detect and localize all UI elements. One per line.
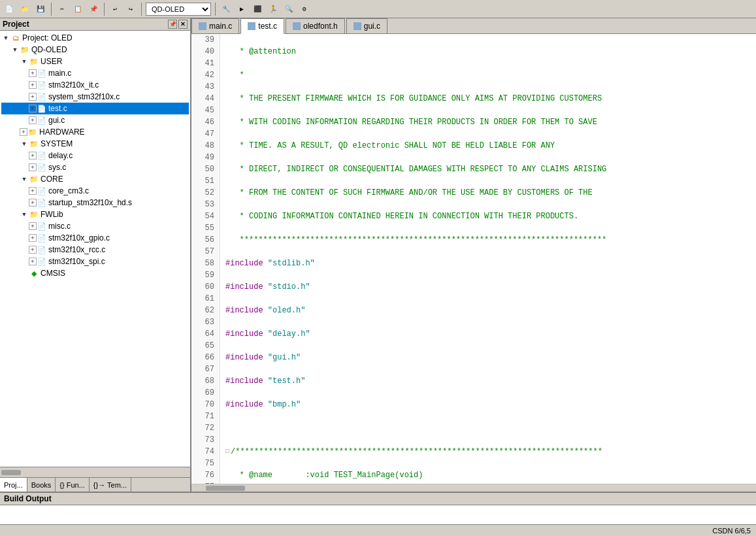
tab-fun[interactable]: {} Fun... [56,478,90,492]
expander[interactable]: + [29,105,37,112]
toolbar-icon-12[interactable]: 🏃 [267,3,280,16]
toolbar-icon-5[interactable]: 📋 [71,3,84,16]
tab-proj[interactable]: Proj... [0,478,27,492]
tree-item-core[interactable]: ▼ 📁 CORE [1,173,189,185]
tree-item-user[interactable]: ▼ 📁 USER [1,56,189,67]
expander[interactable]: + [29,93,37,101]
expander[interactable]: + [29,163,37,171]
code-line-48: #include "stdlib.h" [225,258,751,269]
expander[interactable]: + [29,116,37,124]
editor-tabs: main.c test.c oledfont.h gui.c [191,18,756,34]
file-icon: 📄 [37,150,47,161]
tree-item-system[interactable]: ▼ 📁 SYSTEM [1,138,189,150]
toolbar-icon-8[interactable]: ↪ [124,3,137,16]
tree-item-gpio[interactable]: + 📄 stm32f10x_gpio.c [1,232,189,244]
line-numbers: 3940414243 4445464748 4950515253 5455565… [191,34,220,484]
file-icon: 📄 [37,244,47,255]
folder-icon: 📁 [29,139,39,149]
tree-item-system-stm32[interactable]: + 📄 system_stm32f10x.c [1,91,189,103]
tree-item-gui-c[interactable]: + 📄 gui.c [1,114,189,126]
tree-item-fwlib[interactable]: ▼ 📁 FWLib [1,209,189,220]
tree-item-startup[interactable]: + 📄 startup_stm32f10x_hd.s [1,197,189,209]
expander[interactable]: + [29,234,37,242]
build-output-header: Build Output [0,493,756,505]
toolbar-sep-1 [51,3,52,16]
target-dropdown[interactable]: QD-OLED [146,3,211,16]
tree-item-project-oled[interactable]: ▼ 🗂 Project: OLED [1,32,189,44]
tab-test-c[interactable]: test.c [240,18,284,34]
project-tree[interactable]: ▼ 🗂 Project: OLED ▼ 📁 QD-OLED ▼ 📁 USER [0,31,190,467]
tree-label: CMSIS [41,269,65,278]
tree-item-cmsis[interactable]: ◆ CMSIS [1,267,189,279]
close-button[interactable]: ✕ [178,20,188,29]
toolbar-icon-3[interactable]: 💾 [34,3,47,16]
tree-item-rcc[interactable]: + 📄 stm32f10x_rcc.c [1,244,189,256]
tree-scrollbar[interactable] [0,467,190,477]
expander[interactable]: ▼ [1,33,10,42]
tree-item-sys-c[interactable]: + 📄 sys.c [1,161,189,173]
folder-icon: 📁 [29,209,39,220]
expander[interactable]: ▼ [10,45,20,54]
toolbar-icon-13[interactable]: 🔍 [282,3,295,16]
expander[interactable]: + [29,246,37,254]
tree-item-spi[interactable]: + 📄 stm32f10x_spi.c [1,256,189,267]
project-icon: 🗂 [10,33,21,43]
toolbar-icon-14[interactable]: ⚙ [298,3,311,16]
tree-item-main-c[interactable]: + 📄 main.c [1,67,189,79]
toolbar-icon-11[interactable]: ⬛ [251,3,264,16]
tab-main-c[interactable]: main.c [191,18,239,33]
toolbar-icon-6[interactable]: 📌 [87,3,100,16]
toolbar-icon-2[interactable]: 📁 [18,3,31,16]
expander[interactable]: + [29,152,37,159]
expander[interactable]: ▼ [20,139,29,148]
toolbar: 📄 📁 💾 ✂ 📋 📌 ↩ ↪ QD-OLED 🔧 ▶ ⬛ 🏃 🔍 ⚙ [0,0,756,18]
tab-oledfont-h[interactable]: oledfont.h [286,18,345,33]
expander[interactable]: ▼ [20,175,29,184]
status-bar: CSDN 6/6,5 [0,524,756,536]
bottom-panel: Build Output [0,492,756,524]
tab-books[interactable]: Books [27,478,56,492]
h-scrollbar-thumb[interactable] [206,486,245,491]
code-content[interactable]: * @attention * * THE PRESENT FIRMWARE WH… [220,34,756,484]
expander[interactable]: + [29,187,37,195]
tab-label: oledfont.h [303,22,338,31]
scrollbar-thumb[interactable] [1,470,21,475]
toolbar-icon-9[interactable]: 🔧 [220,3,233,16]
tree-item-test-c[interactable]: + 📄 test.c [1,103,189,114]
expander[interactable]: + [29,199,37,207]
toolbar-icon-4[interactable]: ✂ [56,3,69,16]
tab-icon [199,22,206,30]
code-line-39: * @attention [225,46,751,58]
tree-label: stm32f10x_rcc.c [48,245,105,254]
tree-item-stm32-it[interactable]: + 📄 stm32f10x_it.c [1,79,189,91]
file-icon: 📄 [37,80,47,90]
tree-item-qd-oled[interactable]: ▼ 📁 QD-OLED [1,44,189,56]
tree-item-hardware[interactable]: + 📁 HARDWARE [1,126,189,138]
toolbar-icon-7[interactable]: ↩ [108,3,122,16]
tree-item-core-cm3[interactable]: + 📄 core_cm3.c [1,185,189,197]
build-output-content [0,505,756,524]
toolbar-icon-1[interactable]: 📄 [3,3,16,16]
expander[interactable]: ▼ [20,57,29,66]
expander[interactable]: + [29,222,37,230]
toolbar-icon-10[interactable]: ▶ [235,3,248,16]
code-line-51: #include "delay.h" [225,328,751,340]
expander[interactable]: + [29,81,37,89]
code-scrollbar[interactable] [191,484,756,492]
code-area[interactable]: 3940414243 4445464748 4950515253 5455565… [191,34,756,484]
file-icon: 📄 [37,186,47,196]
expander[interactable]: ▼ [20,210,29,219]
tree-label: stm32f10x_it.c [48,80,99,90]
expander[interactable]: + [20,128,27,136]
tree-item-misc-c[interactable]: + 📄 misc.c [1,220,189,232]
expander[interactable]: + [29,258,37,265]
tree-label: SYSTEM [41,139,73,148]
tab-tem[interactable]: {}→ Tem... [90,478,131,492]
pin-button[interactable]: 📌 [168,20,177,29]
expander[interactable]: + [29,69,37,77]
project-title: Project [3,20,29,29]
folder-icon: 📁 [29,56,39,67]
tree-item-delay-c[interactable]: + 📄 delay.c [1,150,189,161]
tab-gui-c[interactable]: gui.c [346,18,387,33]
file-icon: 📄 [37,233,47,243]
